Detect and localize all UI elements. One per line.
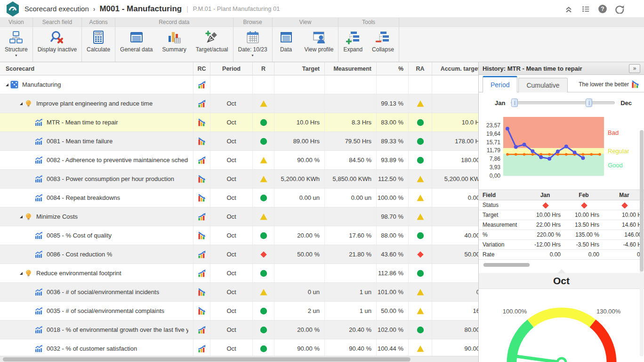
green-circle-icon: [260, 138, 267, 145]
table-row-0032-of-customer-satisfaction[interactable]: 0032 - % of customer satisfactionOct90.0…: [0, 339, 478, 358]
detail-value-cell: [564, 202, 603, 208]
rc-cell: [193, 132, 210, 150]
yellow-triangle-icon: [260, 175, 267, 183]
panel-collapse-button[interactable]: »: [629, 64, 640, 73]
detail-value-cell: 22.00 Hrs: [526, 222, 564, 228]
detail-value-cell: -3.50 Hrs: [564, 241, 603, 248]
indicator-icon: [35, 231, 43, 239]
yellow-triangle-icon: [417, 194, 424, 202]
table-row-0081-mean-time-failure[interactable]: 0081 - Mean time failureOct89.00 Hrs79.5…: [0, 132, 478, 151]
summary-button[interactable]: Summary: [157, 27, 191, 62]
help-icon[interactable]: ?: [598, 4, 607, 14]
column-header-period[interactable]: Period: [210, 62, 252, 75]
table-row-0084-repeat-breakdowns[interactable]: 0084 - Repeat breakdownsOct0.00 un0.00 u…: [0, 189, 478, 207]
rc-down-icon: [198, 194, 206, 202]
column-header-target[interactable]: Target: [274, 62, 324, 75]
accum-target-cell: 0.00: [432, 189, 478, 207]
table-row-reduce-environmental-footprint[interactable]: Reduce environmental footprintOct112.86 …: [0, 264, 478, 283]
slider-handle-end[interactable]: [586, 99, 592, 107]
button-label: General data: [120, 46, 153, 53]
detail-value-cell: 0.00: [564, 251, 603, 258]
status-cell: [252, 132, 274, 150]
column-header-rc[interactable]: RC: [193, 62, 210, 75]
column-header-ra[interactable]: RA: [408, 62, 432, 75]
table-row-0086-cost-reduction[interactable]: 0086 - Cost reduction %Oct50.00 %21.80 %…: [0, 245, 478, 264]
summary-icon: [167, 30, 181, 44]
accum-target-cell: 10.0 H: [432, 113, 478, 132]
button-label: Structure: [5, 46, 28, 53]
slider-end-label: Dec: [620, 99, 632, 107]
accum-status-cell: [408, 264, 432, 282]
tab-period[interactable]: Period: [483, 76, 517, 92]
expand-button[interactable]: Expand: [338, 27, 367, 62]
green-circle-icon: [260, 119, 267, 126]
table-row-improve-plant-engineering-and-reduce-time[interactable]: Improve plant engineering and reduce tim…: [0, 94, 478, 113]
toolbar-group-label: Vision: [0, 18, 32, 27]
structure-button[interactable]: Structure▾: [0, 27, 32, 62]
percent-cell: 93.89 %: [376, 151, 408, 169]
slider-track[interactable]: [511, 101, 615, 104]
target-cell: 20.00 %: [274, 321, 324, 339]
collapse-all-icon[interactable]: [564, 4, 573, 14]
table-row-0036-of-social-environmental-incidents[interactable]: 0036 - # of social/environmental inciden…: [0, 283, 478, 302]
scorecard-table-area: ScorecardRCPeriodRTargetMeasurement%RAAc…: [0, 62, 478, 362]
rc-up-icon: [198, 250, 206, 258]
measurement-cell: 84.50 %: [324, 151, 376, 169]
table-row-0018-of-environmental-growth-over-the-last-five-years[interactable]: 0018 - % of environmental growth over th…: [0, 321, 478, 339]
target-cell: 90.00 %: [274, 151, 324, 169]
calculate-icon: 0,00: [91, 30, 105, 44]
scorecard-app: Scorecard execution › M001 - Manufacturi…: [0, 0, 644, 362]
table-row-minimize-costs[interactable]: Minimize CostsOct98.70 %: [0, 207, 478, 226]
menu-list-icon[interactable]: [581, 4, 590, 14]
panel-horizontal-scrollbar-thumb[interactable]: [483, 263, 530, 267]
data-button[interactable]: Data: [273, 27, 300, 62]
tab-cumulative[interactable]: Cumulative: [518, 78, 567, 92]
slider-handle-start[interactable]: [511, 99, 518, 107]
button-label: View profile: [305, 46, 334, 53]
row-label: 0036 - # of social/environmental inciden…: [47, 288, 159, 296]
table-row-manufacturing[interactable]: Manufacturing: [0, 75, 478, 94]
general-data-button[interactable]: General data: [115, 27, 157, 62]
tree-expand-toggle[interactable]: [18, 215, 24, 219]
panel-vertical-scrollbar-thumb[interactable]: [640, 130, 644, 272]
target-actual-button[interactable]: Target/actual: [191, 27, 233, 62]
column-header-scorecard[interactable]: Scorecard: [0, 62, 193, 75]
collapse-button[interactable]: Collapse: [367, 27, 399, 62]
table-row-0082-adherence-to-preventive-maintainence-schedule[interactable]: 0082 - Adherence to preventive maintaine…: [0, 151, 478, 170]
svg-text:23,57: 23,57: [486, 122, 500, 129]
history-detail-table: FieldJanFebMarStatusTarget10.00 Hrs10.00…: [479, 189, 644, 260]
date-10-23-button[interactable]: Date: 10/23▾: [233, 27, 272, 62]
rc-cell: [193, 113, 210, 132]
column-header-r[interactable]: R: [252, 62, 274, 75]
panel-vertical-scrollbar[interactable]: [640, 130, 644, 356]
tree-expand-toggle[interactable]: [18, 272, 24, 275]
column-header-[interactable]: %: [376, 62, 408, 75]
panel-horizontal-scrollbar[interactable]: [479, 262, 644, 269]
table-row-0083-power-consumption-per-hour-production[interactable]: 0083 - Power consumption per hour produc…: [0, 170, 478, 189]
detail-row-rate: Rate0.000.000.: [479, 250, 644, 260]
column-header-accum-target[interactable]: Accum. target: [432, 62, 478, 75]
indicator-icon: [35, 156, 43, 164]
row-label: Reduce environmental footprint: [36, 270, 121, 277]
display-inactive-button[interactable]: Display inactive: [33, 27, 81, 62]
target-cell: 50.00 %: [274, 245, 324, 263]
horizontal-scrollbar-thumb[interactable]: [3, 357, 411, 362]
breadcrumb-app[interactable]: Scorecard execution: [24, 5, 89, 13]
view-profile-button[interactable]: View profile: [300, 27, 338, 62]
table-row-0035-of-social-environmental-complaints[interactable]: 0035 - # of social/environmental complai…: [0, 302, 478, 321]
accum-status-cell: [408, 94, 432, 113]
table-row-mtr-mean-time-to-repair[interactable]: MTR - Mean time to repairOct10.0 Hrs8.3 …: [0, 113, 478, 132]
accum-target-cell: 80.00: [432, 321, 478, 339]
measurement-cell: 90.40 %: [324, 339, 376, 358]
horizontal-scrollbar[interactable]: [0, 356, 478, 362]
breadcrumb-separator: ›: [93, 5, 96, 13]
refresh-icon[interactable]: [615, 4, 624, 14]
measurement-cell: [324, 75, 376, 94]
column-header-measurement[interactable]: Measurement: [324, 62, 376, 75]
history-tabs: PeriodCumulative The lower the better: [479, 75, 644, 92]
tree-expand-toggle[interactable]: [4, 83, 10, 87]
view-profile-icon: [312, 30, 326, 44]
table-row-0085-cost-of-quality[interactable]: 0085 - % Cost of qualityOct20.00 %17.60 …: [0, 226, 478, 245]
tree-expand-toggle[interactable]: [18, 102, 24, 106]
calculate-button[interactable]: 0,00Calculate: [82, 27, 115, 62]
